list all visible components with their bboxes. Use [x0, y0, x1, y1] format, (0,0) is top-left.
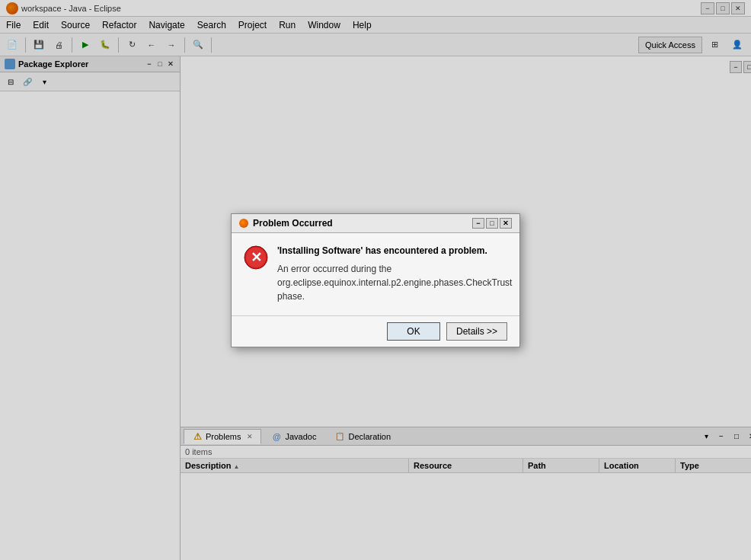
dialog-body: ✕ 'Installing Software' has encountered …: [232, 233, 519, 315]
dialog-title-controls[interactable]: − □ ✕: [472, 218, 512, 229]
problem-occurred-dialog: Problem Occurred − □ ✕ ✕ 'Installing Sof…: [231, 213, 520, 347]
dialog-title-bar: Problem Occurred − □ ✕: [232, 214, 519, 233]
dialog-details-button[interactable]: Details >>: [446, 322, 507, 341]
dialog-minimize-btn[interactable]: −: [472, 218, 484, 229]
dialog-bold-message: 'Installing Software' has encountered a …: [277, 245, 512, 256]
dialog-eclipse-icon: [239, 219, 248, 228]
modal-overlay: Problem Occurred − □ ✕ ✕ 'Installing Sof…: [0, 0, 751, 560]
dialog-title-left: Problem Occurred: [239, 218, 333, 229]
dialog-close-btn[interactable]: ✕: [500, 218, 512, 229]
dialog-footer: OK Details >>: [232, 315, 519, 347]
dialog-error-icon: ✕: [244, 245, 268, 270]
dialog-maximize-btn[interactable]: □: [486, 218, 498, 229]
dialog-detail-message: An error occurred during the org.eclipse…: [277, 262, 512, 303]
dialog-title: Problem Occurred: [253, 218, 333, 229]
dialog-text: 'Installing Software' has encountered a …: [277, 245, 512, 303]
dialog-ok-button[interactable]: OK: [387, 322, 440, 341]
svg-text:✕: ✕: [251, 250, 262, 265]
